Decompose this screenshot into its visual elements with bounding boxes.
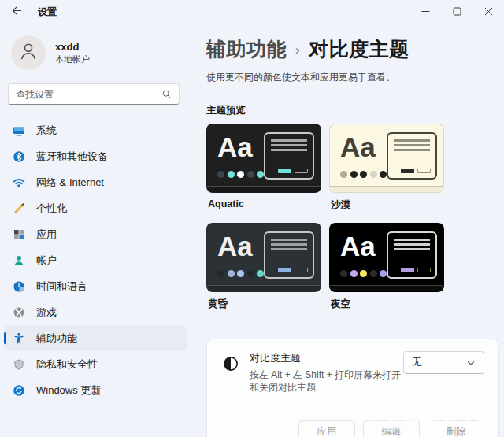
theme-color-dot (370, 270, 377, 277)
maximize-button[interactable] (441, 0, 472, 24)
theme-color-dot (257, 171, 264, 178)
sidebar-item-apps[interactable]: 应用 (4, 221, 187, 247)
theme-sample-text: Aa (217, 230, 253, 263)
theme-color-dot (247, 270, 254, 277)
account-type: 本地帐户 (55, 54, 90, 65)
privacy-icon (13, 358, 25, 371)
mock-buttons (278, 268, 308, 272)
theme-color-dot (257, 270, 264, 277)
gaming-icon (13, 306, 25, 319)
theme-taskbar-strip (207, 285, 321, 291)
theme-card-cell: Aa 黄昏 (206, 223, 321, 322)
contrast-panel-buttons: 应用编辑删除 (221, 420, 484, 437)
sidebar-item-label: 个性化 (36, 202, 67, 216)
theme-window-mockup (387, 132, 437, 180)
mock-text-lines (394, 239, 430, 253)
theme-color-dot (340, 171, 347, 178)
theme-color-dot (360, 270, 367, 277)
theme-window-mockup (387, 231, 437, 279)
page-subtitle: 使用更不同的颜色使文本和应用更易于查看。 (206, 71, 504, 84)
theme-color-dot (237, 171, 244, 178)
theme-color-dots (217, 171, 264, 178)
theme-preview-label: 主题预览 (206, 104, 504, 117)
breadcrumb-separator-icon: › (295, 40, 300, 58)
app-title: 设置 (38, 6, 57, 19)
breadcrumb-parent[interactable]: 辅助功能 (206, 36, 287, 62)
theme-color-dot (247, 171, 254, 178)
sidebar-item-accounts[interactable]: 帐户 (4, 247, 187, 273)
theme-card-aquatic[interactable]: Aa (206, 124, 321, 193)
contrast-panel-texts: 对比度主题 按左 Alt + 左 Shift + 打印屏幕来打开和关闭对比主题 (250, 351, 403, 394)
theme-color-dot (217, 270, 224, 277)
theme-sample-text: Aa (340, 131, 376, 164)
maximize-icon (453, 5, 461, 19)
back-button[interactable] (5, 2, 28, 21)
sidebar-item-label: 蓝牙和其他设备 (36, 150, 108, 164)
search-box[interactable] (8, 83, 180, 105)
theme-color-dot (350, 171, 358, 178)
theme-card-dusk[interactable]: Aa (206, 223, 321, 292)
mock-text-lines (271, 239, 307, 253)
page-title: 对比度主题 (309, 36, 410, 62)
sidebar-item-gaming[interactable]: 游戏 (4, 299, 187, 325)
edit-button[interactable]: 编辑 (363, 420, 420, 437)
theme-color-dot (340, 270, 347, 277)
time-language-icon (13, 280, 25, 293)
bluetooth-icon (13, 150, 25, 163)
sidebar-item-system[interactable]: 系统 (4, 117, 187, 143)
apply-button[interactable]: 应用 (298, 420, 355, 437)
sidebar-item-label: 时间和语言 (36, 280, 87, 294)
sidebar-item-label: 帐户 (36, 254, 57, 268)
sidebar-item-network-internet[interactable]: 网络 & Internet (4, 169, 187, 195)
avatar (11, 35, 46, 70)
sidebar-item-personalization[interactable]: 个性化 (4, 195, 187, 221)
contrast-icon (223, 356, 239, 372)
sidebar-item-accessibility[interactable]: 辅助功能 (4, 325, 187, 351)
theme-window-mockup (264, 231, 314, 279)
theme-card-night-sky[interactable]: Aa (329, 223, 444, 292)
sidebar-item-bluetooth-devices[interactable]: 蓝牙和其他设备 (4, 143, 187, 169)
theme-sample-text: Aa (340, 230, 376, 263)
mock-text-lines (394, 139, 430, 154)
network-icon (13, 176, 25, 189)
minimize-icon (421, 5, 430, 19)
titlebar: 设置 (0, 0, 504, 24)
theme-color-dot (380, 171, 387, 178)
delete-button[interactable]: 删除 (428, 420, 484, 437)
minimize-button[interactable] (410, 0, 441, 24)
close-button[interactable] (472, 0, 504, 24)
sidebar-item-privacy-security[interactable]: 隐私和安全性 (4, 351, 187, 377)
theme-card-label: 夜空 (331, 298, 444, 311)
breadcrumb: 辅助功能 › 对比度主题 (206, 36, 504, 62)
theme-color-dots (340, 270, 387, 277)
theme-card-cell: Aa Aquatic (206, 124, 321, 223)
theme-color-dot (228, 171, 235, 178)
window-controls (410, 0, 504, 24)
accessibility-icon (13, 332, 25, 345)
back-arrow-icon (11, 5, 23, 20)
sidebar-nav: 系统 蓝牙和其他设备 网络 & Internet 个性化 应用 帐户 时间和语言… (0, 117, 191, 403)
sidebar-item-time-language[interactable]: 时间和语言 (4, 273, 187, 299)
mock-buttons (278, 169, 308, 173)
theme-color-dot (360, 171, 367, 178)
search-icon (161, 89, 172, 99)
sidebar-item-label: 游戏 (36, 306, 57, 320)
contrast-theme-panel: 对比度主题 按左 Alt + 左 Shift + 打印屏幕来打开和关闭对比主题 … (206, 339, 499, 437)
theme-sample-text: Aa (217, 131, 253, 164)
theme-color-dot (370, 171, 377, 178)
theme-color-dot (350, 270, 358, 277)
theme-taskbar-strip (330, 285, 443, 291)
search-input[interactable] (16, 89, 161, 100)
theme-card-desert[interactable]: Aa (329, 124, 444, 193)
user-icon (17, 39, 40, 66)
account-info: xxdd 本地帐户 (55, 40, 90, 65)
theme-card-label: Aquatic (208, 198, 321, 209)
contrast-theme-dropdown[interactable]: 无 (403, 351, 484, 374)
sidebar-item-label: Windows 更新 (36, 383, 101, 398)
theme-color-dots (340, 171, 387, 178)
theme-color-dots (217, 270, 264, 277)
account-card[interactable]: xxdd 本地帐户 (0, 33, 191, 72)
theme-card-cell: Aa 沙漠 (329, 124, 444, 223)
theme-card-label: 沙漠 (331, 198, 444, 212)
sidebar-item-windows-update[interactable]: Windows 更新 (4, 377, 187, 403)
